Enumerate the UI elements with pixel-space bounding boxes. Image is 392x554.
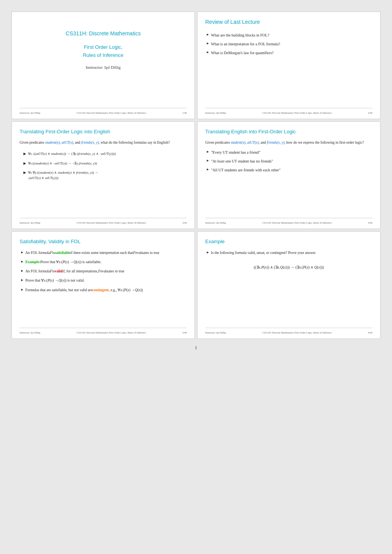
slide-5-footer: Instructor: Işıl Dillig CS311H: Discrete… — [20, 328, 187, 334]
slide-2-bullets: What are the building blocks in FOL? Wha… — [205, 32, 372, 58]
slide-1-footer: Instructor: Işıl Dillig CS311H: Discrete… — [20, 108, 187, 114]
instructor: Instructor: Işıl Dillig — [86, 65, 121, 70]
footer-right: 4/40 — [368, 221, 372, 224]
bullet-item: What are the building blocks in FOL? — [207, 32, 372, 38]
bullet-item: "All UT students are friends with each o… — [207, 167, 372, 173]
slide-4-footer: Instructor: Işıl Dillig CS311H: Discrete… — [205, 218, 372, 224]
footer-left: Instructor: Işıl Dillig — [205, 111, 226, 114]
slide-4-intro: Given predicates student(x), atUT(x), an… — [205, 140, 372, 145]
slide-4-title: Translating English into First-Order Log… — [205, 129, 372, 134]
slide-3: Translating First-Order Logic into Engli… — [12, 121, 195, 229]
slide-6-title: Example — [205, 239, 372, 244]
slide-3-title: Translating First-Order Logic into Engli… — [20, 129, 187, 134]
bullet-item: What is DeMorgan's law for quantifiers? — [207, 50, 372, 56]
formula-2: ▶ ∀x.((student(x) ∧ ¬atUT(x)) → ¬∃y.frie… — [23, 161, 187, 166]
bullet-item: Prove that ∀x.(P(x) → Q(x)) is not valid… — [21, 277, 187, 284]
slide-4-bullets: "Every UT student has a friend" "At leas… — [205, 149, 372, 176]
footer-center: CS311H: Discrete Mathematics First Order… — [262, 331, 332, 334]
footer-center: CS311H: Discrete Mathematics First Order… — [76, 221, 146, 224]
course-title: CS311H: Discrete Mathematics — [66, 30, 141, 36]
footer-center: CS311H: Discrete Mathematics First Order… — [76, 331, 146, 334]
footer-left: Instructor: Işıl Dillig — [20, 331, 40, 334]
footer-left: Instructor: Işıl Dillig — [205, 331, 226, 334]
bullet-item: Is the following formula valid, unsat, o… — [207, 250, 372, 256]
bullet-item: Formulas that are satisfiable, but not v… — [21, 287, 187, 293]
slide-6-formula: ((∃x.P(x)) ∧ (∃x.Q(x))) → (∃x.(P(x) ∧ Q(… — [205, 265, 372, 269]
footer-center: CS311H: Discrete Mathematics First Order… — [76, 111, 146, 114]
footer-right: 5/40 — [182, 331, 187, 334]
bullet-item: An FOL formula F is satisfiable if there… — [21, 250, 187, 256]
slide-4: Translating English into First-Order Log… — [197, 121, 380, 229]
slide-5: Satisfiability, Validity in FOL An FOL f… — [12, 231, 195, 339]
slide-2: Review of Last Lecture What are the buil… — [197, 12, 380, 119]
formula-1: ▶ ∀x. ((atUT(x) ∧ student(x)) → (∃y.(fri… — [23, 151, 187, 156]
slide-2-footer: Instructor: Işıl Dillig CS311H: Discrete… — [205, 108, 372, 114]
footer-left: Instructor: Işıl Dillig — [20, 111, 40, 114]
bullet-item: "Every UT student has a friend" — [207, 149, 372, 156]
footer-right: 2/40 — [368, 111, 372, 114]
bullet-item: "At least one UT student has no friends" — [207, 158, 372, 164]
footer-center: CS311H: Discrete Mathematics First Order… — [262, 221, 332, 224]
slide-5-bullets: An FOL formula F is satisfiable if there… — [20, 250, 187, 296]
page-number: 1 — [12, 345, 380, 351]
slide-6-bullets: Is the following formula valid, unsat, o… — [205, 250, 372, 258]
slide-2-title: Review of Last Lecture — [205, 19, 372, 25]
footer-right: 3/40 — [182, 221, 187, 224]
subtitle: First Order Logic, Rules of Inference — [83, 43, 124, 60]
slide-3-footer: Instructor: Işıl Dillig CS311H: Discrete… — [20, 218, 187, 224]
footer-left: Instructor: Işıl Dillig — [20, 221, 40, 224]
slide-6: Example Is the following formula valid, … — [197, 231, 380, 339]
slide-3-intro: Given predicates student(x), atUT(x), an… — [20, 140, 187, 145]
footer-center: CS311H: Discrete Mathematics First Order… — [262, 111, 332, 114]
formula-3: ▶ ∀x.∀y.((student(x) ∧ student(y) ∧ frie… — [23, 170, 187, 181]
footer-right: 6/40 — [368, 331, 372, 334]
slides-grid: CS311H: Discrete Mathematics First Order… — [12, 12, 380, 339]
footer-left: Instructor: Işıl Dillig — [205, 221, 226, 224]
bullet-item: An FOL formula F is valid if, for all in… — [21, 268, 187, 274]
bullet-item: Example: Prove that ∀x.(P(x) → Q(x)) is … — [21, 259, 187, 265]
slide-1: CS311H: Discrete Mathematics First Order… — [12, 12, 195, 119]
bullet-item: What is an interpretation for a FOL form… — [207, 41, 372, 47]
footer-right: 1/40 — [182, 111, 187, 114]
slide-5-title: Satisfiability, Validity in FOL — [20, 239, 187, 244]
slide-6-footer: Instructor: Işıl Dillig CS311H: Discrete… — [205, 328, 372, 334]
